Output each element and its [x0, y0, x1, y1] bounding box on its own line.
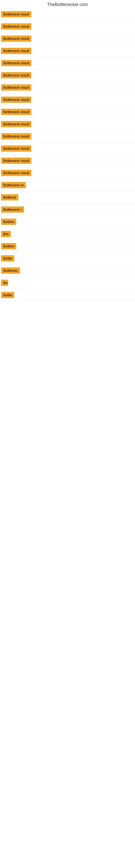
bottleneck-badge[interactable]: Bottlene — [1, 194, 18, 200]
result-row: Bottleneck result — [0, 57, 135, 69]
bottleneck-badge[interactable]: Bottlen — [1, 219, 16, 225]
bottleneck-badge[interactable]: Bottleneck result — [1, 84, 31, 91]
bottleneck-badge[interactable]: Bottleneck result — [1, 23, 31, 30]
bottleneck-badge[interactable]: Bottleneck result — [1, 35, 31, 42]
result-row: Bottle — [0, 252, 135, 265]
result-row: Bottleneck result — [0, 106, 135, 118]
result-row: Bottleneck result — [0, 20, 135, 33]
result-row: Bottlenec — [0, 265, 135, 277]
bottleneck-badge[interactable]: Bottleneck result — [1, 72, 31, 79]
bottleneck-badge[interactable]: Bottleneck re — [1, 182, 26, 188]
bottleneck-badge[interactable]: Bottleneck result — [1, 145, 31, 152]
bottleneck-badge[interactable]: Bottleneck result — [1, 133, 31, 140]
result-row: Bo — [0, 277, 135, 289]
bottleneck-badge[interactable]: Bottlen — [1, 243, 16, 249]
result-row: Bottleneck result — [0, 130, 135, 143]
result-row: Bottleneck result — [0, 69, 135, 82]
page-wrapper: TheBottlenecker.com Bottleneck resultBot… — [0, 0, 135, 301]
bottleneck-badge[interactable]: Bot — [1, 231, 11, 237]
bottleneck-badge[interactable]: Bottleneck result — [1, 60, 31, 66]
bottleneck-badge[interactable]: Bo — [1, 280, 8, 286]
result-row: Bottleneck result — [0, 167, 135, 179]
bottleneck-badge[interactable]: Bottle — [1, 255, 14, 261]
result-row: Bottlen — [0, 240, 135, 252]
result-row: Bot — [0, 228, 135, 240]
result-row: Bottleneck result — [0, 118, 135, 130]
result-row: Bottleneck result — [0, 82, 135, 94]
result-row: Bottleneck result — [0, 94, 135, 106]
bottleneck-badge[interactable]: Bottleneck result — [1, 97, 31, 103]
bottleneck-badge[interactable]: Bottleneck result — [1, 109, 31, 115]
bottleneck-badge[interactable]: Bottleneck result — [1, 48, 31, 54]
bottleneck-badge[interactable]: Bottleneck result — [1, 158, 31, 164]
result-row: Bottleneck result — [0, 33, 135, 45]
bottleneck-badge[interactable]: Bottleneck result — [1, 121, 31, 127]
result-row: Bottleneck result — [0, 45, 135, 57]
result-row: Bottleneck result — [0, 8, 135, 20]
bottleneck-badge[interactable]: Bottleneck result — [1, 11, 31, 18]
result-row: Bottleneck result — [0, 155, 135, 167]
result-row: Bottlene — [0, 191, 135, 204]
site-title: TheBottlenecker.com — [0, 0, 135, 8]
result-row: Bottlen — [0, 216, 135, 228]
results-list: Bottleneck resultBottleneck resultBottle… — [0, 8, 135, 301]
bottleneck-badge[interactable]: Bottle — [1, 292, 14, 298]
bottleneck-badge[interactable]: Bottleneck result — [1, 170, 31, 176]
result-row: Bottleneck r — [0, 204, 135, 216]
bottleneck-badge[interactable]: Bottlenec — [1, 268, 20, 274]
result-row: Bottleneck re — [0, 179, 135, 191]
result-row: Bottle — [0, 289, 135, 301]
bottleneck-badge[interactable]: Bottleneck r — [1, 207, 24, 213]
result-row: Bottleneck result — [0, 143, 135, 155]
